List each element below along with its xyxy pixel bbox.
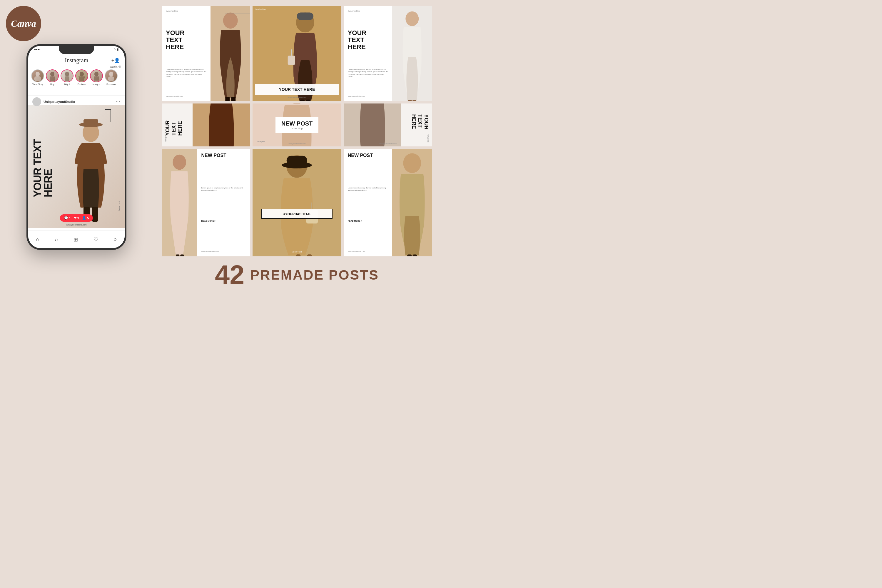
- card-1-1-image: [210, 6, 250, 101]
- notif-comment-count: 1: [69, 216, 71, 220]
- card-3-3-image: [392, 149, 432, 256]
- card-3-2-image: [252, 149, 341, 256]
- card-1-2-text-box: YOUR TEXT HERE: [255, 84, 339, 95]
- card-3-1-text: NEW POST Lorem ipsum is simply dummy tex…: [197, 149, 250, 256]
- nav-home-icon[interactable]: ⌂: [36, 236, 39, 243]
- notif-comment-icon: 💬: [64, 216, 68, 220]
- nav-heart-icon[interactable]: ♡: [93, 236, 98, 243]
- grid-card-1-1: #yourhashtag YOURTEXTHERE Lorem ipsum is…: [162, 6, 250, 101]
- card-3-2-title: YOUR TEXT: [292, 251, 302, 253]
- card-3-3-title: NEW POST: [348, 153, 388, 158]
- phone-notch: [59, 46, 94, 54]
- card-1-2-title: YOUR TEXT HERE: [257, 87, 336, 92]
- svg-point-49: [172, 154, 186, 170]
- story-item-night[interactable]: Night: [61, 69, 74, 86]
- svg-point-2: [50, 72, 54, 76]
- svg-rect-14: [84, 119, 98, 126]
- card-2-2-newpost: New post: [256, 140, 265, 142]
- notif-likes: ❤ 9: [74, 216, 79, 220]
- notification-bubble: 💬 1 ❤ 9 👤 5: [60, 214, 93, 222]
- svg-rect-25: [300, 100, 305, 101]
- card-2-1-newpost: New post: [165, 134, 167, 142]
- card-1-3-title: YOURTEXTHERE: [348, 29, 388, 51]
- card-3-1-title: NEW POST: [201, 153, 246, 158]
- svg-point-10: [109, 72, 113, 76]
- fashion-figure: [66, 116, 116, 222]
- story-avatar-your: [31, 69, 44, 82]
- notif-followers: 👤 5: [82, 216, 89, 220]
- footer-label: PREMADE POSTS: [250, 267, 379, 283]
- post-new-post-label: New post: [118, 201, 120, 210]
- card-3-3-read-more[interactable]: READ MORE >: [348, 220, 388, 222]
- svg-rect-32: [412, 100, 416, 101]
- story-item-your[interactable]: Your Story: [31, 69, 44, 86]
- svg-rect-58: [307, 255, 312, 256]
- svg-point-18: [223, 12, 238, 28]
- svg-rect-63: [413, 255, 417, 256]
- card-2-3-image: [344, 104, 401, 146]
- svg-rect-20: [231, 97, 236, 101]
- svg-rect-16: [92, 207, 98, 222]
- canva-badge: Canva: [6, 6, 41, 41]
- card-2-3-website: www.yourwebsite.com: [379, 143, 397, 145]
- svg-point-55: [282, 162, 312, 168]
- story-label-night: Night: [64, 83, 70, 86]
- card-1-3-website: www.yourwebsite.com: [348, 95, 388, 97]
- caption-text2: great work !: [39, 249, 53, 250]
- svg-point-30: [406, 12, 419, 26]
- nav-profile-icon[interactable]: ○: [114, 236, 117, 243]
- instagram-header: Instagram +👤: [28, 55, 124, 66]
- bottom-nav: ⌂ ⌕ ⊞ ♡ ○: [28, 231, 124, 248]
- story-item-day[interactable]: Day: [46, 69, 59, 86]
- wifi-icon: ∿: [114, 48, 116, 51]
- story-avatar-images: [90, 69, 103, 82]
- svg-point-11: [108, 76, 114, 81]
- grid-card-2-3: YOUR TEXT HERE New post www.yourwebsite.…: [344, 104, 432, 146]
- story-item-images[interactable]: Images: [90, 69, 103, 86]
- battery-icon: ▮: [117, 48, 119, 51]
- story-label-sessions: Sessions: [106, 83, 116, 86]
- story-item-fashion[interactable]: Fashion: [75, 69, 88, 86]
- card-1-3-image: [392, 6, 432, 101]
- card-1-3-body: Lorem ipsum is simply dummy text of the …: [348, 68, 388, 78]
- story-avatar-sessions: [105, 69, 118, 82]
- grid-row-3: NEW POST Lorem ipsum is simply dummy tex…: [162, 149, 432, 256]
- svg-point-8: [94, 72, 99, 76]
- card-3-2-hashtag-box: #YOURHASHTAG: [261, 209, 332, 219]
- notif-follower-count: 5: [87, 216, 89, 220]
- notif-like-icon: ❤: [74, 216, 76, 220]
- card-3-1-website: www.yourwebsite.com: [201, 250, 246, 252]
- notif-follower-icon: 👤: [82, 216, 86, 220]
- right-section: #yourhashtag YOURTEXTHERE Lorem ipsum is…: [153, 0, 441, 294]
- svg-rect-50: [176, 255, 179, 256]
- grid-card-3-3: NEW POST Lorem ipsum is simply dummy tex…: [344, 149, 432, 256]
- grid-card-1-3: #YOURHASHTAG YOURTEXTHERE Lorem ipsum is…: [344, 6, 432, 101]
- canva-logo: Canva: [11, 18, 36, 29]
- card-3-1-body: Lorem ipsum is simply dummy text of the …: [201, 187, 246, 192]
- post-header: UniqueLayoutStudio ···: [28, 95, 124, 108]
- footer: 42 PREMADE POSTS: [162, 259, 432, 288]
- nav-search-icon[interactable]: ⌕: [55, 236, 58, 243]
- nav-add-icon[interactable]: ⊞: [74, 236, 78, 243]
- add-user-icon[interactable]: +👤: [111, 58, 120, 63]
- post-options-icon[interactable]: ···: [116, 99, 120, 104]
- story-avatar-day: [46, 69, 59, 82]
- card-2-3-newpost: New post: [427, 134, 429, 142]
- card-2-2-text-box: NEW POST on our blog!: [276, 117, 319, 133]
- phone-mockup: ●●●▪ ∿ ▮ Instagram +👤 Watch All Your Sto…: [27, 44, 126, 250]
- post-line-decor: [111, 110, 111, 122]
- card-1-1-hashtag: #yourhashtag: [166, 10, 206, 12]
- story-item-sessions[interactable]: Sessions: [105, 69, 118, 86]
- grid-card-2-1: YOUR TEXT HERE New post www.yourwebsite.…: [162, 104, 250, 146]
- watch-all-label[interactable]: Watch All: [31, 65, 122, 68]
- card-3-1-image: [162, 149, 197, 256]
- card-1-3-line-v: [429, 9, 429, 18]
- card-3-1-read-more[interactable]: READ MORE >: [201, 220, 246, 222]
- card-2-1-image: [193, 104, 250, 146]
- post-username: UniqueLayoutStudio: [44, 100, 75, 104]
- card-1-2-hashtag: #yourhashtag: [255, 8, 266, 10]
- grid-card-2-2: NEW POST on our blog! New post www.yourw…: [252, 104, 341, 146]
- card-2-2-website: www.yourwebsite.com: [288, 143, 306, 145]
- svg-rect-9: [94, 76, 99, 81]
- stories-section: Watch All Your Story Day: [28, 65, 124, 86]
